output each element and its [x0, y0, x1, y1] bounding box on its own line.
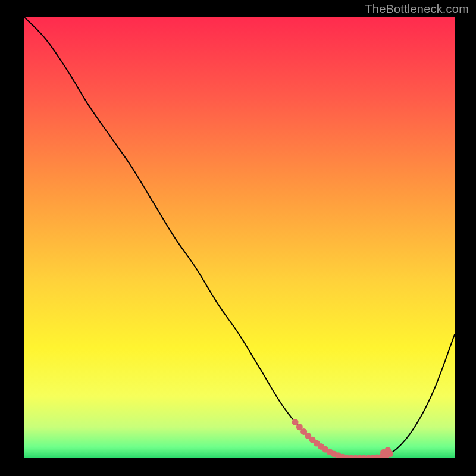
- chart-container: TheBottleneck.com: [0, 0, 476, 476]
- trough-marker: [292, 419, 299, 425]
- bottleneck-chart: [0, 0, 476, 476]
- trough-marker: [384, 447, 391, 453]
- gradient-background: [24, 17, 455, 458]
